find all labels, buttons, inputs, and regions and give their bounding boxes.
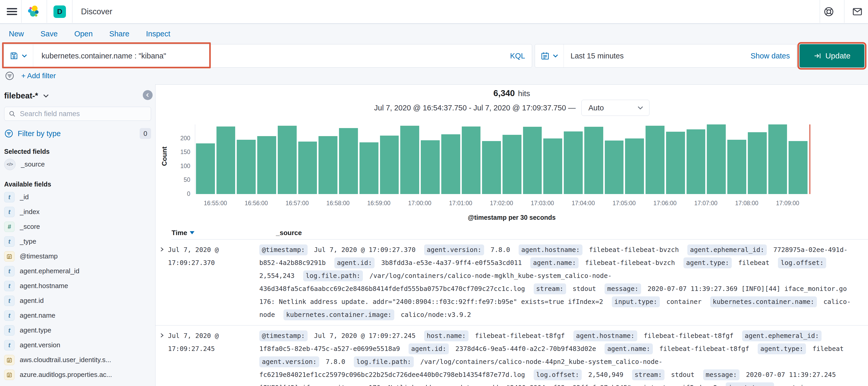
field-_score[interactable]: #_score — [4, 219, 151, 234]
histogram-bar[interactable] — [257, 136, 276, 194]
field-search-box[interactable] — [4, 107, 151, 121]
histogram-bar[interactable] — [318, 136, 337, 194]
histogram-bar[interactable] — [380, 136, 399, 194]
field-value: container — [666, 298, 701, 305]
field-name: agent.hostname — [20, 282, 68, 290]
histogram-bar[interactable] — [646, 126, 664, 194]
field-agent.version[interactable]: tagent.version — [4, 338, 151, 353]
kibana-discover-page: D Discover NewSaveOpenShareInspect — [0, 0, 868, 386]
chevron-down-icon — [552, 53, 559, 59]
field-key: @timestamp: — [259, 330, 308, 341]
histogram-bar[interactable] — [482, 141, 501, 194]
field-azure.auditlogs.properties.ac...[interactable]: azure.auditlogs.properties.ac... — [4, 367, 151, 382]
histogram-bar[interactable] — [441, 134, 460, 194]
x-tick-17:07:00: 17:07:00 — [685, 200, 726, 207]
histogram-bar[interactable] — [687, 129, 706, 194]
histogram-bar[interactable] — [584, 127, 603, 194]
source-field-icon: </> — [4, 159, 16, 170]
date-picker[interactable]: Last 15 minutes Show dates — [535, 44, 797, 67]
filter-by-type-button[interactable]: Filter by type — [18, 129, 135, 138]
field-agent.type[interactable]: tagent.type — [4, 323, 151, 338]
histogram-bar[interactable] — [727, 140, 746, 194]
field-_id[interactable]: t_id — [4, 189, 151, 204]
interval-select[interactable]: Auto — [582, 100, 649, 116]
menu-icon[interactable] — [7, 6, 17, 17]
divider — [21, 0, 22, 23]
newsfeed-icon[interactable] — [852, 6, 863, 17]
field-agent.id[interactable]: tagent.id — [4, 293, 151, 308]
histogram-bar[interactable] — [196, 143, 215, 194]
field-agent.ephemeral_id[interactable]: tagent.ephemeral_id — [4, 264, 151, 278]
query-language-button[interactable]: KQL — [503, 52, 532, 60]
field-aws.cloudtrail.user_identity.s...[interactable]: aws.cloudtrail.user_identity.s... — [4, 353, 151, 367]
help-icon[interactable] — [824, 6, 834, 17]
histogram-bar[interactable] — [421, 140, 440, 194]
field-_type[interactable]: t_type — [4, 234, 151, 249]
hits-count: 6,340 — [493, 88, 515, 98]
expand-row-button[interactable] — [155, 243, 168, 253]
histogram-plot[interactable] — [195, 124, 808, 194]
histogram-bar[interactable] — [707, 124, 726, 194]
table-rows: Jul 7, 2020 @ 17:09:27.370@timestamp: Ju… — [155, 239, 868, 386]
field-name: _score — [20, 222, 40, 231]
field-agent.name[interactable]: tagent.name — [4, 308, 151, 323]
histogram-bar[interactable] — [666, 132, 685, 194]
collapse-sidebar-button[interactable] — [143, 90, 153, 100]
histogram-bar[interactable] — [543, 139, 562, 194]
histogram-bar[interactable] — [523, 127, 542, 194]
field-value: container — [780, 384, 815, 386]
histogram-bar[interactable] — [768, 124, 787, 194]
string-field-icon: t — [4, 340, 14, 350]
expand-row-button[interactable] — [155, 329, 168, 339]
time-range-value[interactable]: Last 15 minutes — [564, 52, 750, 60]
field-value: 7.8.0 — [326, 358, 345, 365]
saved-query-menu[interactable] — [4, 44, 33, 67]
nav-save-link[interactable]: Save — [40, 30, 58, 38]
query-bar[interactable]: kubernetes.container.name : "kibana" KQL — [4, 44, 532, 67]
date-quick-menu[interactable] — [535, 44, 564, 67]
histogram-bar[interactable] — [564, 131, 583, 194]
field-value: 3b8fdd3a-e53e-4a37-9ff4-e0f55a3cd011 — [381, 259, 522, 267]
histogram-bar[interactable] — [339, 128, 358, 194]
field-agent.hostname[interactable]: tagent.hostname — [4, 278, 151, 293]
field-name: agent.ephemeral_id — [20, 267, 80, 275]
field-key: kubernetes.container.image: — [283, 309, 394, 320]
query-input[interactable]: kubernetes.container.name : "kibana" — [33, 52, 503, 60]
histogram-bar[interactable] — [462, 126, 481, 194]
y-tick-200: 200 — [163, 135, 190, 142]
update-button[interactable]: Update — [800, 44, 864, 67]
refresh-icon — [813, 52, 822, 60]
index-pattern-switcher[interactable]: filebeat-* — [4, 91, 151, 100]
field-key: input.type: — [726, 382, 774, 386]
filter-icon[interactable] — [5, 71, 14, 81]
histogram-bar[interactable] — [748, 132, 767, 194]
histogram-bar[interactable] — [216, 126, 236, 194]
field-name: agent.name — [20, 311, 55, 320]
field-key: message: — [604, 284, 641, 294]
time-column-header[interactable]: Time — [172, 229, 276, 237]
field-_index[interactable]: t_index — [4, 204, 151, 219]
sort-desc-icon — [190, 231, 194, 234]
nav-share-link[interactable]: Share — [109, 30, 129, 38]
histogram-bar[interactable] — [788, 141, 808, 194]
histogram-bar[interactable] — [605, 141, 624, 194]
chevron-down-icon — [21, 53, 28, 59]
histogram-bar[interactable] — [237, 140, 256, 194]
app-badge: D — [54, 5, 66, 18]
interval-value: Auto — [588, 103, 637, 112]
field-name: aws.cloudtrail.user_identity.s... — [20, 356, 111, 364]
histogram-bar[interactable] — [298, 142, 317, 194]
histogram-bar[interactable] — [502, 135, 522, 194]
histogram-bar[interactable] — [360, 142, 378, 194]
add-filter-button[interactable]: + Add filter — [21, 72, 56, 80]
nav-new-link[interactable]: New — [9, 30, 24, 38]
field-_source[interactable]: </>_source — [4, 157, 151, 172]
nav-inspect-link[interactable]: Inspect — [146, 30, 170, 38]
histogram-bar[interactable] — [625, 139, 644, 194]
nav-open-link[interactable]: Open — [74, 30, 93, 38]
show-dates-button[interactable]: Show dates — [750, 52, 797, 60]
histogram-bar[interactable] — [400, 126, 419, 194]
field-search-input[interactable] — [19, 110, 147, 118]
histogram-bar[interactable] — [278, 126, 297, 194]
field-@timestamp[interactable]: @timestamp — [4, 249, 151, 264]
